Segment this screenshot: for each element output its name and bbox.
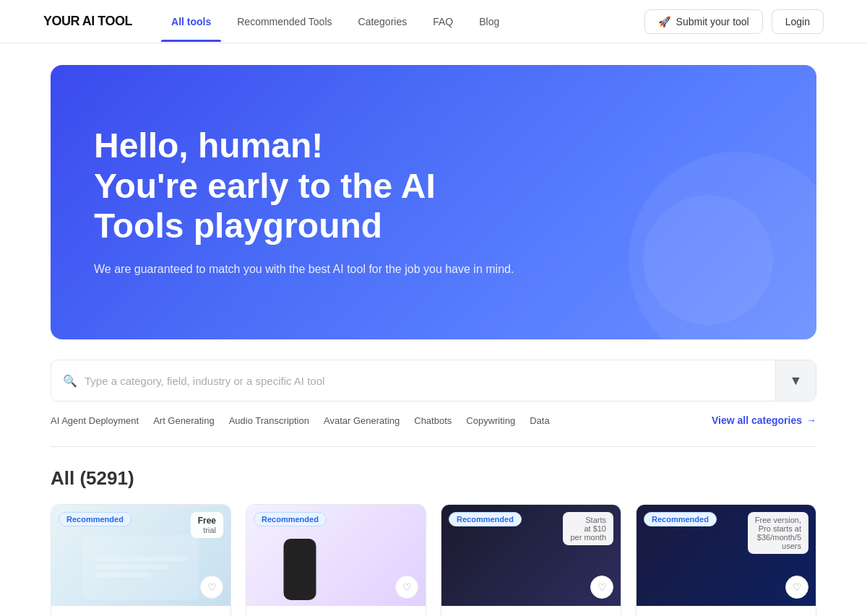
price-at: at $10 [570, 524, 606, 533]
header: YOUR AI TOOL All tools Recommended Tools… [0, 0, 867, 43]
tool-card[interactable]: Recommended Free version, Pro starts at … [636, 504, 816, 616]
recommended-badge: Recommended [59, 512, 131, 526]
recommended-badge: Recommended [644, 512, 717, 526]
submit-tool-label: Submit your tool [676, 16, 749, 27]
categories-row: AI Agent Deployment Art Generating Audio… [51, 415, 816, 426]
search-section: 🔍 ▼ AI Agent Deployment Art Generating A… [51, 360, 816, 426]
category-audio-transcription[interactable]: Audio Transcription [229, 415, 309, 426]
card-body: Whatever you need. [637, 606, 816, 616]
price-badge: Starts at $10 per month [563, 512, 613, 545]
price-starts: Starts [570, 516, 606, 524]
favorite-button[interactable]: ♡ [395, 576, 418, 599]
price-badge: Free version, Pro starts at $36/month/5 … [748, 512, 808, 554]
favorite-button[interactable]: ♡ [590, 576, 613, 599]
price-badge: Free trial [191, 512, 223, 538]
main-nav: All tools Recommended Tools Categories F… [161, 10, 644, 33]
divider [51, 446, 816, 447]
category-chatbots[interactable]: Chatbots [414, 415, 452, 426]
nav-all-tools[interactable]: All tools [161, 10, 221, 33]
hero-subtitle: We are guaranteed to match you with the … [94, 260, 527, 279]
view-all-categories-link[interactable]: View all categories → [712, 415, 816, 426]
favorite-button[interactable]: ♡ [785, 576, 808, 599]
card-mock-phone [284, 539, 316, 600]
card-image: Recommended Free version, Pro starts at … [637, 505, 816, 606]
price-users: users [755, 542, 801, 550]
mock-line-1 [94, 557, 187, 561]
hero-title: Hello, human!You're early to the AI Tool… [94, 126, 527, 246]
category-copywriting[interactable]: Copywriting [466, 415, 515, 426]
category-art-generating[interactable]: Art Generating [153, 415, 215, 426]
card-body: AI-powered tool for seamless automation. [246, 606, 426, 616]
card-mock-screen [82, 535, 199, 600]
card-body: Your AI-powered assistant. [441, 606, 621, 616]
submit-tool-button[interactable]: 🚀 Submit your tool [644, 9, 763, 34]
price-text: Free [198, 516, 216, 526]
search-input[interactable] [85, 363, 764, 399]
category-avatar-generating[interactable]: Avatar Generating [324, 415, 400, 426]
tool-card[interactable]: Recommended ♡ AI-powered tool for seamle… [246, 504, 426, 616]
filter-icon: ▼ [790, 373, 803, 389]
card-image: Recommended ♡ [246, 505, 426, 606]
price-pro: Pro starts at [755, 524, 801, 533]
tools-grid: Recommended Free trial ♡ [51, 504, 816, 616]
login-button[interactable]: Login [772, 9, 824, 34]
tool-card[interactable]: Recommended Free trial ♡ [51, 504, 231, 616]
nav-blog[interactable]: Blog [469, 10, 509, 33]
main-content: Hello, human!You're early to the AI Tool… [36, 43, 831, 616]
tool-card[interactable]: Recommended Starts at $10 per month ♡ Yo… [441, 504, 621, 616]
hero-banner: Hello, human!You're early to the AI Tool… [51, 65, 816, 339]
category-ai-agent[interactable]: AI Agent Deployment [51, 415, 139, 426]
all-tools-title: All (5291) [51, 467, 816, 490]
price-label: trial [198, 526, 216, 534]
price-period: per month [570, 533, 606, 542]
nav-recommended[interactable]: Recommended Tools [227, 10, 342, 33]
card-image: Recommended Starts at $10 per month ♡ [441, 505, 621, 606]
all-tools-section: All (5291) Recommended Free trial ♡ [51, 467, 816, 616]
recommended-badge: Recommended [449, 512, 522, 526]
recommended-badge: Recommended [254, 512, 327, 526]
card-image: Recommended Free trial ♡ [51, 505, 230, 606]
favorite-button[interactable]: ♡ [200, 576, 223, 599]
price-amount: $36/month/5 [755, 533, 801, 542]
rocket-icon: 🚀 [658, 16, 670, 27]
mock-lines [94, 557, 187, 581]
card-body: Your 24/7 AI that helps you grow your bu… [51, 606, 230, 616]
search-icon: 🔍 [63, 374, 77, 388]
nav-faq[interactable]: FAQ [423, 10, 463, 33]
search-bar: 🔍 ▼ [51, 360, 816, 402]
price-free: Free version, [755, 516, 801, 524]
filter-button[interactable]: ▼ [775, 360, 816, 401]
header-actions: 🚀 Submit your tool Login [644, 9, 824, 34]
mock-line-2 [94, 565, 168, 569]
nav-categories[interactable]: Categories [348, 10, 418, 33]
view-all-label: View all categories [712, 415, 802, 426]
arrow-right-icon: → [806, 415, 816, 426]
category-data[interactable]: Data [530, 415, 549, 426]
search-input-wrap: 🔍 [51, 363, 775, 399]
mock-line-3 [94, 573, 150, 577]
logo[interactable]: YOUR AI TOOL [43, 14, 132, 29]
